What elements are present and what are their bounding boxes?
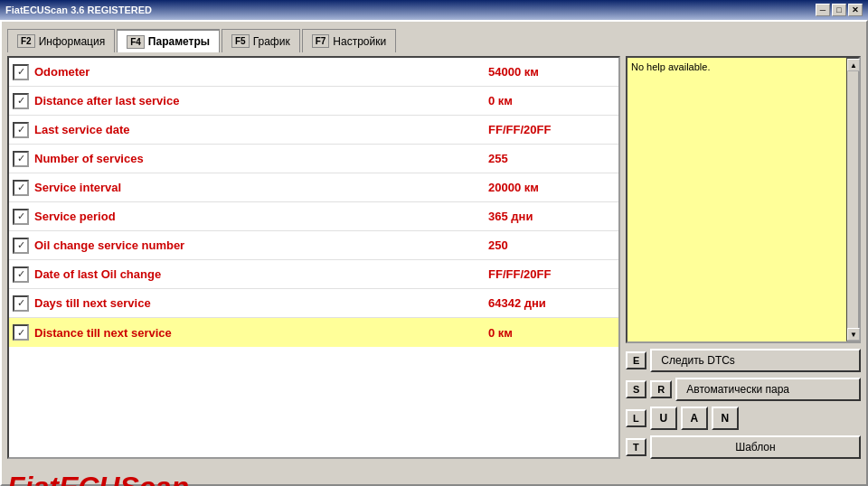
auto-params-row: S R Автоматически пара [626, 378, 861, 401]
app-logo: FiatECUScan [7, 471, 189, 487]
key-n-button[interactable]: N [712, 407, 739, 430]
help-box-container: No help available. ▲ ▼ [626, 56, 861, 343]
row-value: 250 [488, 238, 615, 252]
key-t-button[interactable]: T [626, 438, 646, 456]
row-value: 20000 км [488, 181, 615, 194]
row-checkbox[interactable]: ✓ [13, 324, 29, 341]
row-label: Oil change service number [34, 238, 488, 252]
auto-params-button[interactable]: Автоматически пара [675, 378, 861, 401]
title-bar-text: FiatECUScan 3.6 REGISTERED [5, 5, 816, 15]
row-label: Odometer [34, 65, 488, 79]
row-checkbox[interactable]: ✓ [13, 266, 29, 283]
row-label: Days till next service [34, 296, 488, 310]
scroll-down-arrow[interactable]: ▼ [847, 328, 860, 341]
close-button[interactable]: ✕ [848, 4, 863, 16]
row-value: FF/FF/20FF [488, 267, 615, 281]
tab-label-parameters: Параметры [148, 35, 210, 48]
right-panel: No help available. ▲ ▼ E Следить DTCs S … [626, 56, 861, 459]
main-window: F2 Информация F4 Параметры F5 График F7 … [0, 20, 868, 486]
template-row: T Шаблон [626, 435, 861, 459]
key-u-button[interactable]: U [650, 407, 677, 430]
key-l-button[interactable]: L [626, 409, 646, 427]
row-checkbox[interactable]: ✓ [13, 64, 29, 80]
tab-graph[interactable]: F5 График [222, 29, 300, 52]
luан-row: L U A N [626, 407, 861, 430]
table-row: ✓Service interval20000 км [9, 173, 618, 202]
table-row: ✓Last service dateFF/FF/20FF [9, 116, 618, 145]
table-row: ✓Distance after last service0 км [9, 87, 618, 116]
tab-information[interactable]: F2 Информация [7, 29, 115, 52]
tab-key-f2: F2 [17, 34, 35, 48]
help-text: No help available. [631, 61, 710, 72]
title-bar-buttons: ─ □ ✕ [816, 4, 863, 16]
title-bar: FiatECUScan 3.6 REGISTERED ─ □ ✕ [0, 0, 868, 20]
row-checkbox[interactable]: ✓ [13, 209, 29, 225]
row-value: 365 дни [488, 210, 615, 223]
row-value: FF/FF/20FF [488, 123, 615, 136]
tab-parameters[interactable]: F4 Параметры [117, 29, 220, 52]
table-row: ✓Days till next service64342 дни [9, 289, 618, 318]
data-panel: ✓Odometer54000 км✓Distance after last se… [7, 56, 620, 459]
table-row: ✓Number of services255 [9, 145, 618, 173]
key-a-button[interactable]: A [681, 407, 708, 430]
content-area: ✓Odometer54000 км✓Distance after last se… [2, 52, 866, 463]
table-row: ✓Distance till next service0 км [9, 318, 618, 347]
row-label: Service interval [34, 181, 488, 194]
row-value: 64342 дни [488, 296, 615, 310]
table-row: ✓Odometer54000 км [9, 58, 618, 87]
row-label: Last service date [34, 123, 488, 136]
template-button[interactable]: Шаблон [650, 435, 861, 459]
logo-prefix: Fiat [7, 471, 59, 487]
help-scrollbar[interactable]: ▲ ▼ [846, 58, 859, 341]
follow-dtcs-button[interactable]: Следить DTCs [650, 349, 861, 372]
key-s-button[interactable]: S [626, 380, 646, 398]
row-checkbox[interactable]: ✓ [13, 151, 29, 167]
scroll-up-arrow[interactable]: ▲ [847, 59, 860, 71]
row-label: Date of last Oil change [34, 267, 488, 281]
minimize-button[interactable]: ─ [816, 4, 830, 16]
row-label: Service period [34, 210, 488, 223]
tab-key-f5: F5 [231, 34, 250, 48]
row-value: 0 км [488, 94, 615, 107]
row-value: 255 [488, 152, 615, 165]
row-checkbox[interactable]: ✓ [13, 122, 29, 138]
table-row: ✓Date of last Oil changeFF/FF/20FF [9, 260, 618, 289]
row-label: Distance till next service [34, 326, 488, 340]
tab-key-f7: F7 [312, 34, 330, 48]
row-checkbox[interactable]: ✓ [13, 238, 29, 254]
tab-label-graph: График [253, 35, 290, 48]
table-row: ✓Service period365 дни [9, 202, 618, 231]
row-checkbox[interactable]: ✓ [13, 180, 29, 196]
row-checkbox[interactable]: ✓ [13, 93, 29, 109]
follow-dtcs-row: E Следить DTCs [626, 349, 861, 372]
row-label: Number of services [34, 152, 488, 165]
help-box: No help available. [627, 58, 846, 341]
maximize-button[interactable]: □ [832, 4, 846, 16]
row-checkbox[interactable]: ✓ [13, 295, 29, 312]
row-value: 0 км [488, 326, 615, 340]
row-label: Distance after last service [34, 94, 488, 107]
tab-label-information: Информация [39, 35, 105, 48]
key-r-button[interactable]: R [650, 380, 672, 398]
tab-bar: F2 Информация F4 Параметры F5 График F7 … [2, 22, 866, 52]
key-e-button[interactable]: E [626, 351, 646, 369]
tab-label-settings: Настройки [333, 35, 386, 48]
table-row: ✓Oil change service number250 [9, 231, 618, 260]
row-value: 54000 км [488, 65, 615, 79]
tab-key-f4: F4 [127, 35, 145, 49]
logo-suffix: ECUScan [59, 471, 189, 487]
bottom-area: FiatECUScan [2, 463, 866, 486]
tab-settings[interactable]: F7 Настройки [302, 29, 397, 52]
